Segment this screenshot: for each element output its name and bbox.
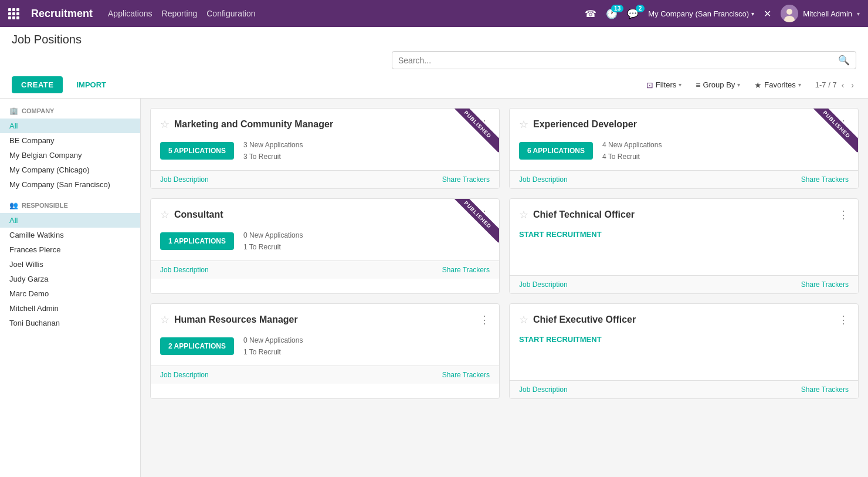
sidebar-item-be-company[interactable]: BE Company (0, 133, 140, 148)
filters-chevron-icon: ▾ (679, 82, 681, 88)
card5-footer: Job Description Share Trackers (151, 366, 499, 384)
user-chevron-icon: ▾ (857, 11, 860, 17)
card1-title: Marketing and Community Manager (174, 119, 333, 130)
filter-icon: ⊡ (646, 80, 653, 90)
card6-title: Chief Executive Officer (533, 314, 636, 325)
card1-star-icon[interactable]: ☆ (160, 118, 169, 131)
card6-job-desc-link[interactable]: Job Description (519, 385, 568, 394)
job-card-6: ☆ Chief Executive Officer ⋮ START RECRUI… (509, 303, 859, 399)
sidebar-item-marc[interactable]: Marc Demo (0, 286, 140, 301)
sidebar-responsible-section: 👥 RESPONSIBLE All Camille Watkins France… (0, 201, 140, 330)
job-card-4: ☆ Chief Technical Officer ⋮ START RECRUI… (509, 198, 859, 294)
job-card-5: ☆ Human Resources Manager ⋮ 2 APPLICATIO… (150, 303, 500, 399)
card3-app-button[interactable]: 1 APPLICATIONS (160, 232, 234, 250)
card6-star-icon[interactable]: ☆ (519, 313, 528, 326)
groupby-button[interactable]: ≡ Group By ▾ (691, 78, 745, 92)
create-button[interactable]: CREATE (12, 76, 63, 93)
search-icon: 🔍 (838, 55, 850, 66)
page-title: Job Positions (12, 33, 856, 46)
card1-share-trackers-link[interactable]: Share Trackers (442, 175, 490, 184)
sidebar-responsible-title: 👥 RESPONSIBLE (0, 201, 140, 213)
grid-menu-icon[interactable] (8, 8, 19, 19)
card4-star-icon[interactable]: ☆ (519, 208, 528, 221)
card2-share-trackers-link[interactable]: Share Trackers (801, 175, 849, 184)
favorites-label: Favorites (764, 80, 795, 89)
cards-grid: ☆ Marketing and Community Manager ⋮ PUBL… (150, 108, 859, 399)
card1-more-icon[interactable]: ⋮ (474, 118, 490, 131)
card2-more-icon[interactable]: ⋮ (833, 118, 849, 131)
card5-star-icon[interactable]: ☆ (160, 313, 169, 326)
groupby-chevron-icon: ▾ (737, 82, 740, 88)
card2-job-desc-link[interactable]: Job Description (519, 175, 568, 184)
user-info[interactable]: Mitchell Admin ▾ (781, 5, 860, 22)
phone-icon[interactable]: ☎ (585, 8, 596, 19)
card4-job-desc-link[interactable]: Job Description (519, 280, 568, 289)
messages-badge: 2 (636, 5, 645, 12)
import-button[interactable]: IMPORT (67, 76, 115, 93)
card2-stats: 4 New Applications 4 To Recruit (602, 139, 662, 163)
card5-share-trackers-link[interactable]: Share Trackers (442, 371, 490, 379)
search-box[interactable]: 🔍 (392, 51, 856, 69)
card3-more-icon[interactable]: ⋮ (474, 208, 490, 221)
timer-icon-btn[interactable]: 🕐 13 (606, 8, 618, 19)
sidebar-item-all-responsible[interactable]: All (0, 213, 140, 228)
close-icon[interactable]: ✕ (764, 8, 771, 19)
card2-app-button[interactable]: 6 APPLICATIONS (519, 142, 593, 160)
job-card-1: ☆ Marketing and Community Manager ⋮ PUBL… (150, 108, 500, 189)
pagination-next-icon[interactable]: › (849, 79, 856, 91)
filters-button[interactable]: ⊡ Filters ▾ (642, 78, 686, 92)
sidebar-item-frances[interactable]: Frances Pierce (0, 242, 140, 257)
card4-share-trackers-link[interactable]: Share Trackers (801, 280, 849, 289)
card4-footer: Job Description Share Trackers (510, 275, 858, 293)
sidebar-item-my-belgian[interactable]: My Belgian Company (0, 148, 140, 163)
job-card-2: ☆ Experienced Developer ⋮ PUBLISHED 6 AP… (509, 108, 859, 189)
sidebar-item-toni[interactable]: Toni Buchanan (0, 316, 140, 330)
sidebar-item-all-company[interactable]: All (0, 119, 140, 133)
card1-app-button[interactable]: 5 APPLICATIONS (160, 142, 234, 160)
people-icon: 👥 (9, 201, 18, 209)
sidebar-item-chicago[interactable]: My Company (Chicago) (0, 163, 140, 177)
nav-link-applications[interactable]: Applications (108, 9, 152, 18)
company-selector[interactable]: My Company (San Francisco) ▾ (648, 9, 754, 18)
filters-label: Filters (656, 80, 676, 89)
favorites-star-icon: ★ (754, 80, 762, 90)
company-chevron-icon: ▾ (751, 11, 754, 17)
sidebar-item-joel[interactable]: Joel Willis (0, 257, 140, 272)
sidebar: 🏢 COMPANY All BE Company My Belgian Comp… (0, 99, 141, 477)
groupby-label: Group By (703, 80, 735, 89)
messages-icon-btn[interactable]: 💬 2 (627, 8, 639, 19)
sidebar-item-judy[interactable]: Judy Garza (0, 272, 140, 286)
card1-stats: 3 New Applications 3 To Recruit (243, 139, 303, 163)
sidebar-item-sf[interactable]: My Company (San Francisco) (0, 177, 140, 192)
nav-link-configuration[interactable]: Configuration (206, 9, 255, 18)
card3-job-desc-link[interactable]: Job Description (160, 266, 209, 274)
sidebar-item-camille[interactable]: Camille Watkins (0, 228, 140, 242)
app-header: Job Positions 🔍 CREATE IMPORT ⊡ Filters … (0, 27, 868, 99)
card6-more-icon[interactable]: ⋮ (833, 313, 849, 326)
card5-more-icon[interactable]: ⋮ (474, 313, 490, 326)
favorites-chevron-icon: ▾ (798, 82, 801, 88)
card4-start-recruitment[interactable]: START RECRUITMENT (519, 230, 602, 239)
user-name: Mitchell Admin (803, 9, 852, 18)
card3-star-icon[interactable]: ☆ (160, 208, 169, 221)
card4-more-icon[interactable]: ⋮ (833, 208, 849, 221)
card2-footer: Job Description Share Trackers (510, 170, 858, 188)
card2-star-icon[interactable]: ☆ (519, 118, 528, 131)
search-input[interactable] (398, 56, 838, 65)
card6-start-recruitment[interactable]: START RECRUITMENT (519, 335, 602, 344)
pagination: 1-7 / 7 ‹ › (815, 79, 856, 91)
card1-job-desc-link[interactable]: Job Description (160, 175, 209, 184)
card5-job-desc-link[interactable]: Job Description (160, 371, 209, 379)
svg-point-1 (786, 9, 792, 15)
card6-share-trackers-link[interactable]: Share Trackers (801, 385, 849, 394)
groupby-icon: ≡ (696, 80, 700, 90)
sidebar-item-mitchell[interactable]: Mitchell Admin (0, 301, 140, 316)
card5-app-button[interactable]: 2 APPLICATIONS (160, 337, 234, 355)
card3-share-trackers-link[interactable]: Share Trackers (442, 266, 490, 274)
card1-footer: Job Description Share Trackers (151, 170, 499, 188)
pagination-label: 1-7 / 7 (815, 80, 837, 89)
card6-footer: Job Description Share Trackers (510, 380, 858, 398)
nav-link-reporting[interactable]: Reporting (162, 9, 198, 18)
pagination-prev-icon[interactable]: ‹ (839, 79, 847, 91)
favorites-button[interactable]: ★ Favorites ▾ (750, 78, 805, 92)
